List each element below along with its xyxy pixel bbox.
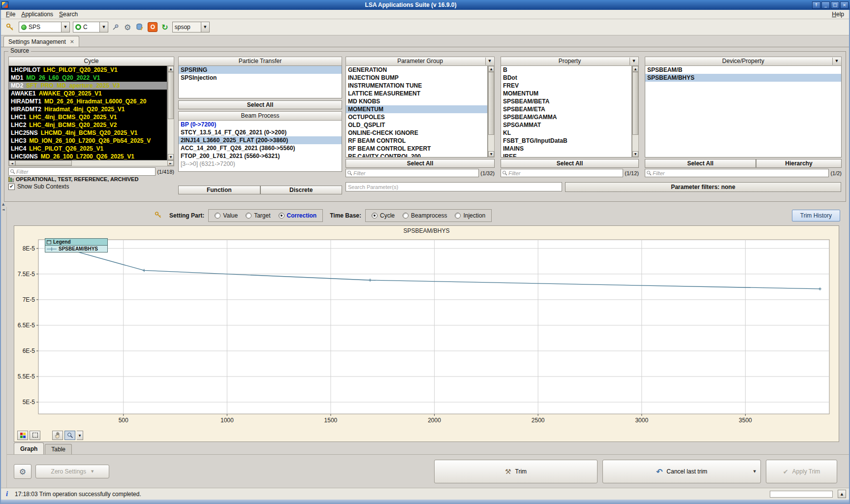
parameter-group-item[interactable]: MD KNOBS	[346, 97, 487, 105]
cycle-item-LHC3[interactable]: LHC3MD_ION_26_100_L7200_Q26_Pb54_2025_V	[9, 137, 167, 145]
radio-cycle[interactable]: Cycle	[372, 212, 395, 219]
cycle-item-LHC50NS[interactable]: LHC50NSMD_26_100_L7200_Q26_2025_V1	[9, 153, 167, 160]
pan-hand-icon[interactable]	[52, 431, 63, 440]
zero-settings-button[interactable]: Zero Settings ▼	[35, 465, 109, 478]
beam-process-list[interactable]: BP (0->7200)STCY_13.5_14_FT_Q26_2021 (0-…	[178, 121, 342, 172]
device-property-list[interactable]: SPSBEAM/BSPSBEAM/BHYS	[645, 66, 842, 158]
property-item[interactable]: SPSBEAM/GAMMA	[501, 113, 631, 121]
cycle-hscrollbar[interactable]: ◄ ►	[8, 160, 174, 166]
parameter-group-dropdown-icon[interactable]: ▼	[485, 58, 494, 65]
device-property-filter-input[interactable]	[653, 170, 827, 176]
device-property-item[interactable]: SPSBEAM/BHYS	[645, 74, 841, 82]
cycle-item-HIRADMT2[interactable]: HIRADMT2Hiradmat_4Inj_Q20_2025_V1	[9, 105, 167, 113]
splitter-collapse-icon[interactable]: ◄	[2, 208, 4, 212]
beam-process-item[interactable]: BP (0->7200)	[179, 121, 342, 128]
scroll-up-icon[interactable]: ▲	[488, 66, 494, 72]
cycle-item-LHCPILOT[interactable]: LHCPILOTLHC_PILOT_Q20_2025_V1	[9, 66, 167, 74]
property-item[interactable]: BDot	[501, 74, 631, 82]
minimize-button[interactable]: _	[821, 1, 830, 9]
cycle-item-AWAKE1[interactable]: AWAKE1AWAKE_Q20_2025_V1	[9, 90, 167, 97]
parameter-group-select-all-button[interactable]: Select All	[346, 159, 495, 168]
parameter-group-item[interactable]: LATTICE MEASUREMENT	[346, 90, 487, 97]
property-filter-input[interactable]	[508, 170, 622, 176]
parameter-group-item[interactable]: RF BEAM CONTROL EXPERT	[346, 145, 487, 153]
property-select-all-button[interactable]: Select All	[501, 159, 639, 168]
shade-window-button[interactable]: ↑	[812, 1, 820, 9]
property-item[interactable]: SPSBEAM/ETA	[501, 105, 631, 113]
parameter-group-item[interactable]: MOMENTUM	[346, 105, 487, 113]
refresh-icon[interactable]: ↻	[160, 21, 169, 33]
cycle-item-MD2[interactable]: MD2SFT_PRO_MD_aperture_2025_V3	[9, 82, 167, 90]
property-item[interactable]: MOMENTUM	[501, 90, 631, 97]
user-select[interactable]: spsop ▼	[172, 22, 210, 32]
scroll-up-icon[interactable]: ▲	[838, 490, 846, 498]
accelerator-select[interactable]: SPS ▼	[19, 22, 70, 32]
particle-transfer-select-all-button[interactable]: Select All	[178, 100, 342, 109]
radio-injection[interactable]: Injection	[455, 212, 485, 219]
parameter-group-item[interactable]: ONLINE-CHECK IGNORE	[346, 129, 487, 137]
hierarchy-button[interactable]: Hierarchy	[756, 159, 842, 168]
scroll-right-icon[interactable]: ►	[167, 160, 174, 166]
tab-close-icon[interactable]: ×	[70, 38, 74, 45]
chevron-down-icon[interactable]: ▼	[754, 470, 756, 473]
scroll-down-icon[interactable]: ▼	[488, 151, 494, 157]
cycle-filter-input[interactable]	[16, 169, 154, 175]
property-item[interactable]: IMAINS	[501, 145, 631, 153]
zoom-region-icon[interactable]	[30, 431, 40, 440]
cycle-item-LHC25NS[interactable]: LHC25NSLHCMD_4Inj_BCMS_Q20_2025_V1	[9, 129, 167, 137]
property-vscrollbar[interactable]: ▲ ▼	[632, 66, 639, 158]
palette-icon[interactable]	[17, 431, 28, 440]
radio-target[interactable]: Target	[246, 212, 270, 219]
vertical-splitter[interactable]: ◄	[1, 207, 7, 488]
radio-value[interactable]: Value	[215, 212, 238, 219]
cycle-item-LHC1[interactable]: LHC1LHC_4Inj_BCMS_Q20_2025_V1	[9, 113, 167, 121]
apply-trim-button[interactable]: ✔ Apply Trim	[766, 460, 837, 483]
parameter-group-item[interactable]: INJECTION BUMP	[346, 74, 487, 82]
context-select[interactable]: C ▼	[73, 22, 108, 32]
parameter-group-item[interactable]: OCTUPOLES	[346, 113, 487, 121]
property-item[interactable]: SPSBEAM/BETA	[501, 97, 631, 105]
parameter-group-item[interactable]: GENERATION	[346, 66, 487, 74]
beam-process-item[interactable]: 2INJ14_L3660_2025_FLAT (200->3860)	[179, 136, 342, 144]
menu-search[interactable]: Search	[56, 10, 81, 18]
cycle-item-MD1[interactable]: MD1MD_26_L60_Q20_2022_V1	[9, 74, 167, 82]
tab-graph[interactable]: Graph	[14, 442, 44, 454]
particle-transfer-item[interactable]: SPSRING	[179, 66, 342, 74]
zoom-options-icon[interactable]: ▼	[77, 431, 83, 440]
parameter-group-vscrollbar[interactable]: ▲ ▼	[488, 66, 495, 158]
beam-process-item[interactable]: [3-->0] (6321->7200)	[179, 160, 342, 168]
chevron-down-icon[interactable]: ▼	[99, 22, 108, 32]
keys-icon[interactable]	[5, 21, 16, 33]
scroll-down-icon[interactable]: ▼	[168, 154, 174, 160]
maximize-button[interactable]: □	[831, 1, 839, 9]
online-check-icon[interactable]: O	[148, 22, 157, 32]
cycle-item-LHC2[interactable]: LHC2LHC_4Inj_BCMS_Q20_2025_V2	[9, 121, 167, 129]
trim-history-button[interactable]: Trim History	[792, 210, 840, 221]
particle-transfer-item[interactable]: SPSInjection	[179, 74, 342, 82]
property-item[interactable]: B	[501, 66, 631, 74]
device-property-select-all-button[interactable]: Select All	[645, 159, 756, 168]
scroll-up-icon[interactable]: ▲	[168, 66, 174, 72]
beam-process-item[interactable]: STCY_13.5_14_FT_Q26_2021 (0->200)	[179, 128, 342, 136]
parameter-group-filter-input[interactable]	[353, 170, 477, 176]
property-item[interactable]: SPSGAMMAT	[501, 121, 631, 129]
menu-applications[interactable]: Applications	[18, 10, 56, 18]
property-item[interactable]: FSBT_BTG/InputDataB	[501, 137, 631, 145]
search-parameters-input[interactable]	[348, 184, 560, 190]
menu-file[interactable]: File	[3, 10, 18, 18]
horizontal-splitter[interactable]: ▲	[1, 202, 849, 207]
particle-transfer-list[interactable]: SPSRINGSPSInjection	[178, 66, 342, 98]
property-item[interactable]: FREV	[501, 82, 631, 90]
beam-process-item[interactable]: FTOP_200_L761_2021 (5560->6321)	[179, 152, 342, 160]
function-button[interactable]: Function	[178, 186, 260, 194]
parameter-group-list[interactable]: GENERATIONINJECTION BUMPINSTRUMENTATION …	[346, 66, 488, 158]
tab-settings-management[interactable]: Settings Management ×	[3, 36, 79, 47]
zoom-icon[interactable]	[64, 431, 75, 440]
cycle-item-HIRADMT1[interactable]: HIRADMT1MD_26_26_Hiradmat_L6000_Q26_20	[9, 97, 167, 105]
chevron-down-icon[interactable]: ▼	[61, 22, 69, 32]
beam-process-item[interactable]: ACC_14_200_FT_Q26_2021 (3860->5560)	[179, 144, 342, 152]
scroll-left-icon[interactable]: ◄	[9, 160, 15, 166]
property-item[interactable]: IREF	[501, 153, 631, 158]
property-item[interactable]: KL	[501, 129, 631, 137]
parameter-group-item[interactable]: INSTRUMENTATION TUNE	[346, 82, 487, 90]
